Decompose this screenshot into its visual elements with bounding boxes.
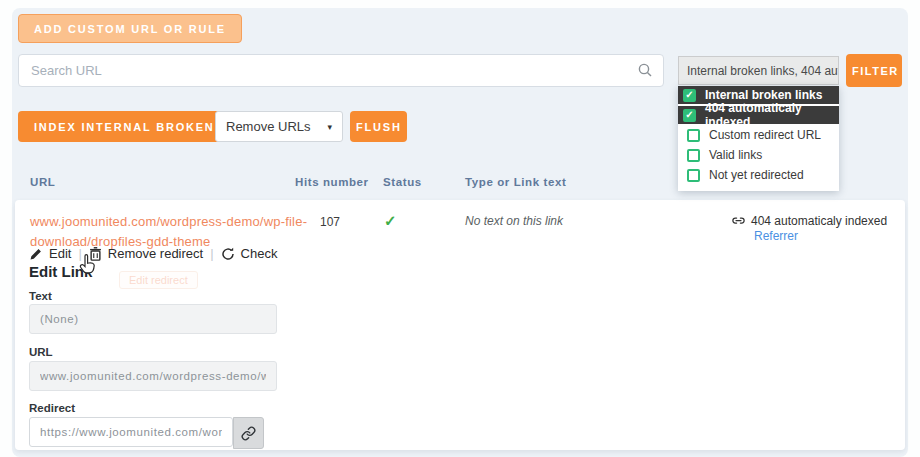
search-icon xyxy=(637,62,653,82)
checkbox-unchecked-icon[interactable] xyxy=(687,149,700,162)
checkbox-unchecked-icon[interactable] xyxy=(687,129,700,142)
check-action-label: Check xyxy=(241,246,278,261)
bulk-action-value: Remove URLs xyxy=(226,119,311,134)
text-field-label: Text xyxy=(29,290,52,302)
link-chain-icon xyxy=(731,213,746,228)
filter-dropdown: Internal broken links 404 automaticaly i… xyxy=(678,86,839,191)
pick-link-button[interactable] xyxy=(233,417,264,449)
filter-option-valid-links[interactable]: Valid links xyxy=(678,146,839,164)
edit-link-title: Edit Link xyxy=(29,263,92,280)
column-header-status: Status xyxy=(383,176,422,188)
column-header-type: Type or Link text xyxy=(465,176,566,188)
chain-link-icon xyxy=(241,426,256,441)
column-header-url: URL xyxy=(30,176,55,188)
check-action[interactable]: Check xyxy=(221,246,278,261)
row-type-label: 404 automaticaly indexed xyxy=(751,214,887,228)
edit-redirect-tooltip: Edit redirect xyxy=(119,271,198,289)
refresh-icon xyxy=(221,247,235,261)
referrer-link[interactable]: Referrer xyxy=(754,229,798,243)
edit-action[interactable]: Edit xyxy=(29,246,71,261)
url-field-label: URL xyxy=(29,346,53,358)
checkbox-checked-icon[interactable] xyxy=(683,109,696,122)
row-actions: Edit Remove redirect Check xyxy=(29,246,277,261)
filter-option-custom-redirect[interactable]: Custom redirect URL xyxy=(678,126,839,144)
url-field-input[interactable] xyxy=(29,361,277,391)
row-hits-number: 107 xyxy=(320,215,340,229)
status-check-icon xyxy=(384,212,397,230)
filter-type-select[interactable]: Internal broken links, 404 automati... xyxy=(678,56,839,85)
row-link-text: No text on this link xyxy=(465,214,563,228)
remove-redirect-action[interactable]: Remove redirect xyxy=(89,246,203,261)
redirect-field-input[interactable] xyxy=(29,417,233,447)
chevron-down-icon: ▾ xyxy=(327,122,332,132)
checkbox-checked-icon[interactable] xyxy=(683,89,696,102)
filter-option-404-auto-indexed[interactable]: 404 automaticaly indexed xyxy=(678,106,839,124)
add-custom-url-button[interactable]: ADD CUSTOM URL OR RULE xyxy=(18,14,242,43)
checkbox-unchecked-icon[interactable] xyxy=(687,169,700,182)
column-header-hits: Hits number xyxy=(295,176,369,188)
filter-option-label: Not yet redirected xyxy=(709,168,804,182)
redirect-field-label: Redirect xyxy=(29,402,75,414)
pencil-icon xyxy=(29,247,43,261)
action-separator xyxy=(78,246,81,261)
filter-option-label: Internal broken links xyxy=(705,88,822,102)
filter-option-label: Valid links xyxy=(709,148,762,162)
search-input[interactable] xyxy=(18,54,664,87)
search-field-wrap xyxy=(18,54,664,87)
remove-redirect-label: Remove redirect xyxy=(108,246,203,261)
flush-button[interactable]: FLUSH xyxy=(350,111,407,142)
filter-option-label: Custom redirect URL xyxy=(709,128,821,142)
table-row-card: www.joomunited.com/wordpress-demo/wp-fil… xyxy=(15,200,905,450)
text-field-input[interactable] xyxy=(29,304,277,334)
filter-select-value: Internal broken links, 404 automati... xyxy=(687,64,839,78)
trash-icon xyxy=(89,247,102,261)
filter-button[interactable]: FILTER xyxy=(846,54,902,87)
action-separator xyxy=(210,246,213,261)
content-panel: ADD CUSTOM URL OR RULE Internal broken l… xyxy=(12,8,908,457)
filter-option-not-yet-redirected[interactable]: Not yet redirected xyxy=(678,166,839,184)
filter-option-label: 404 automaticaly indexed xyxy=(705,101,839,129)
row-type-block: 404 automaticaly indexed xyxy=(731,213,887,228)
edit-action-label: Edit xyxy=(49,246,71,261)
bulk-action-select[interactable]: Remove URLs ▾ xyxy=(215,111,343,142)
broken-links-manager-screen: ADD CUSTOM URL OR RULE Internal broken l… xyxy=(0,0,920,457)
